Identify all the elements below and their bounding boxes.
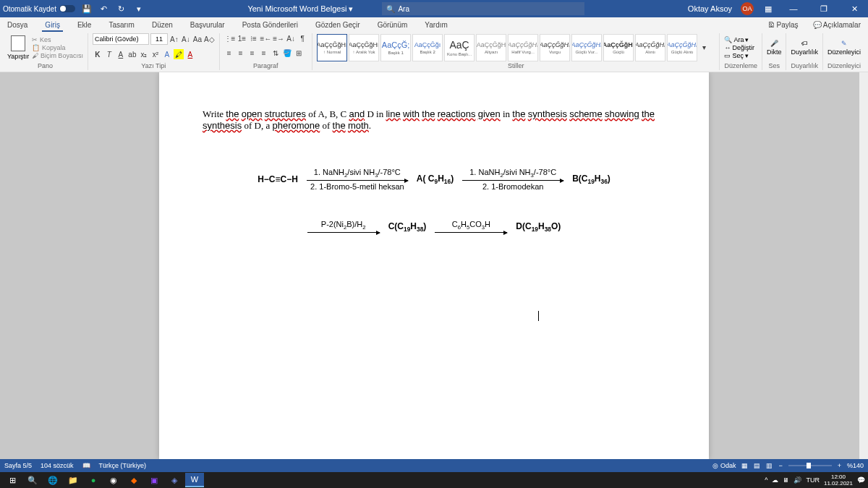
language-indicator[interactable]: Türkçe (Türkiye) — [99, 462, 147, 469]
font-size-select[interactable] — [150, 33, 168, 45]
style-heading1[interactable]: AaÇçĞ;Başlık 1 — [380, 34, 411, 61]
language-tray[interactable]: TUR — [806, 476, 820, 484]
tab-duzen[interactable]: Düzen — [149, 20, 176, 30]
focus-mode-button[interactable]: ◎ Odak — [712, 462, 736, 469]
superscript-button[interactable]: x² — [150, 49, 161, 59]
font-family-select[interactable] — [93, 33, 149, 45]
print-layout-button[interactable]: ▦ — [741, 462, 748, 469]
sensitivity-button[interactable]: 🏷Duyarlılık — [791, 40, 818, 56]
user-avatar[interactable]: OA — [741, 2, 754, 15]
notification-icon[interactable]: 💬 — [857, 476, 865, 484]
tab-yardim[interactable]: Yardım — [422, 20, 451, 30]
comments-button[interactable]: 💬 Açıklamalar — [810, 20, 864, 30]
discord-icon[interactable]: ◈ — [165, 473, 184, 487]
autosave-toggle[interactable]: Otomatik Kaydet — [3, 5, 75, 13]
share-button[interactable]: 🖻 Paylaş — [765, 20, 801, 30]
zoom-out-button[interactable]: − — [778, 462, 782, 469]
zoom-in-button[interactable]: + — [838, 462, 841, 469]
tab-gorunum[interactable]: Görünüm — [375, 20, 411, 30]
read-mode-button[interactable]: ▤ — [754, 462, 760, 469]
ribbon-display-icon[interactable]: ▦ — [762, 3, 774, 14]
numbering-button[interactable]: 1≡ — [237, 33, 247, 43]
volume-icon[interactable]: 🔊 — [793, 476, 801, 484]
borders-button[interactable]: ⊞ — [294, 48, 304, 58]
style-emphasis[interactable]: AaÇçĞğHıVurgu — [540, 34, 570, 61]
style-quote[interactable]: AaÇçĞğHıAlıntı — [635, 34, 665, 61]
italic-button[interactable]: T — [104, 49, 114, 59]
line-spacing-button[interactable]: ⇅ — [271, 48, 281, 58]
minimize-button[interactable]: — — [783, 4, 804, 13]
decrease-indent-button[interactable]: ≡← — [260, 33, 271, 43]
align-left-button[interactable]: ≡ — [224, 48, 234, 58]
text-effects-button[interactable]: A — [162, 49, 172, 59]
user-name[interactable]: Oktay Aksoy — [688, 4, 732, 13]
highlight-button[interactable]: 🖍 — [174, 49, 184, 59]
style-heading2[interactable]: AaÇçĞğıBaşlık 2 — [412, 34, 443, 61]
steam-icon[interactable]: ◉ — [104, 473, 123, 487]
close-button[interactable]: ✕ — [843, 4, 865, 14]
tab-posta[interactable]: Posta Gönderileri — [239, 20, 301, 30]
vertical-scrollbar[interactable] — [859, 72, 868, 459]
tab-ekle[interactable]: Ekle — [75, 20, 94, 30]
redo-icon[interactable]: ↻ — [116, 3, 127, 14]
tab-giris[interactable]: Giriş — [42, 20, 63, 30]
spellcheck-icon[interactable]: 📖 — [82, 462, 90, 469]
network-icon[interactable]: 🖥 — [783, 476, 789, 484]
multilevel-button[interactable]: ⁝≡ — [248, 33, 258, 43]
tray-chevron-icon[interactable]: ^ — [765, 476, 767, 484]
justify-button[interactable]: ≡ — [259, 48, 269, 58]
word-icon[interactable]: W — [185, 473, 204, 487]
copy-button[interactable]: 📋 Kopyala — [32, 44, 83, 51]
zoom-level[interactable]: %140 — [847, 462, 864, 469]
search-input[interactable]: 🔍 Ara — [382, 2, 584, 15]
style-nospacing[interactable]: AaÇçĞğHı↑ Aralık Yok — [349, 34, 379, 61]
style-intense-quote[interactable]: AaÇçĞğHıGüçlü Alıntı — [667, 34, 697, 61]
qat-dropdown-icon[interactable]: ▾ — [133, 3, 145, 14]
zoom-slider[interactable] — [788, 465, 832, 466]
bold-button[interactable]: K — [93, 49, 103, 59]
shading-button[interactable]: 🪣 — [282, 48, 292, 58]
change-case-button[interactable]: Aa — [192, 34, 203, 44]
web-layout-button[interactable]: ▥ — [766, 462, 773, 469]
undo-icon[interactable]: ↶ — [98, 3, 110, 14]
maximize-button[interactable]: ❐ — [813, 4, 835, 14]
grow-font-button[interactable]: A↑ — [169, 34, 179, 44]
style-strong[interactable]: AaÇçĞğHıGüçlü — [603, 34, 634, 61]
select-button[interactable]: ▭ Seç ▾ — [724, 52, 754, 59]
align-right-button[interactable]: ≡ — [247, 48, 258, 58]
spotify-icon[interactable]: ● — [84, 473, 103, 487]
style-intense-emph[interactable]: AaÇçĞğHıGüçlü Vur... — [571, 34, 602, 61]
page-indicator[interactable]: Sayfa 5/5 — [4, 462, 32, 469]
explorer-icon[interactable]: 📁 — [64, 473, 82, 487]
style-title[interactable]: AaÇKonu Başlı... — [444, 34, 475, 61]
find-button[interactable]: 🔍 Ara ▾ — [724, 36, 754, 43]
search-taskbar-button[interactable]: 🔍 — [23, 473, 42, 487]
styles-gallery[interactable]: AaÇçĞğHı↑ Normal AaÇçĞğHı↑ Aralık Yok Aa… — [317, 34, 709, 61]
increase-indent-button[interactable]: ≡→ — [273, 33, 284, 43]
paste-button[interactable]: Yapıştır — [7, 35, 29, 60]
tab-dosya[interactable]: Dosya — [4, 20, 30, 30]
dictate-button[interactable]: 🎤Dikte — [767, 40, 782, 56]
align-center-button[interactable]: ≡ — [236, 48, 246, 58]
tab-basvurular[interactable]: Başvurular — [187, 20, 228, 30]
clock[interactable]: 12:00 11.02.2021 — [824, 474, 853, 487]
app-icon[interactable]: ◆ — [124, 473, 143, 487]
style-subtitle[interactable]: AaÇçĞğHAltyazı — [476, 34, 506, 61]
page[interactable]: Write the open structures of A, B, C and… — [159, 72, 709, 459]
bullets-button[interactable]: ⋮≡ — [224, 33, 236, 43]
font-color-button[interactable]: A — [185, 49, 195, 59]
style-subtle-emph[interactable]: AaÇçĞğHıHafif Vurg... — [508, 34, 538, 61]
start-button[interactable]: ⊞ — [3, 473, 22, 487]
document-area[interactable]: Write the open structures of A, B, C and… — [0, 72, 868, 459]
word-count[interactable]: 104 sözcük — [41, 462, 74, 469]
editor-button[interactable]: ✎Düzenleyici — [827, 40, 861, 56]
subscript-button[interactable]: x₂ — [139, 49, 149, 59]
tab-gozden[interactable]: Gözden Geçir — [312, 20, 363, 30]
sort-button[interactable]: A↓ — [286, 33, 296, 43]
tab-tasarim[interactable]: Tasarım — [106, 20, 137, 30]
format-painter-button[interactable]: 🖌 Biçim Boyacısı — [32, 52, 83, 59]
clear-format-button[interactable]: A◇ — [204, 34, 215, 44]
underline-button[interactable]: A — [116, 49, 126, 59]
onedrive-icon[interactable]: ☁ — [772, 476, 778, 484]
save-icon[interactable]: 💾 — [81, 3, 93, 14]
